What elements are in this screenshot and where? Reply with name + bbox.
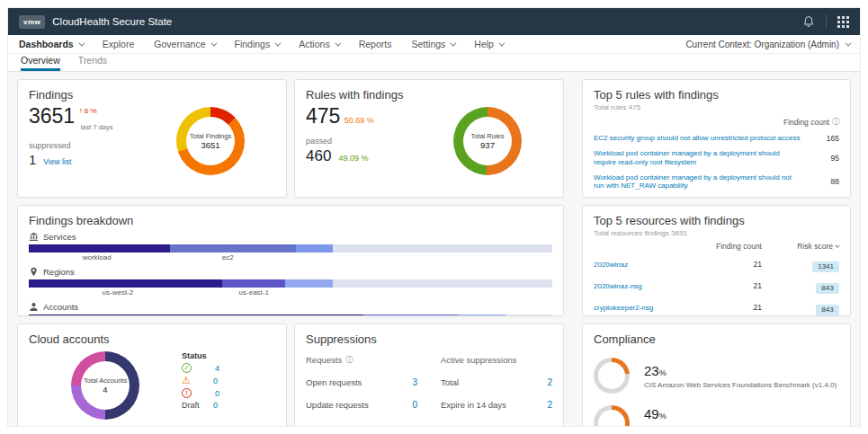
context-selector[interactable]: Current Context: Organization (Admin) — [685, 40, 849, 49]
resource-row: cryptokeeper2-nsg 21 843 — [594, 299, 839, 315]
finding-count-header[interactable]: Finding count ⓘ — [783, 117, 839, 127]
nav-findings[interactable]: Findings — [235, 39, 280, 49]
rule-row: EC2 security group should not allow unre… — [594, 134, 839, 143]
card-subtitle: Total rules 475 — [594, 103, 839, 111]
chevron-down-icon — [275, 40, 282, 46]
regions-bar-chart[interactable] — [29, 279, 552, 288]
breakdown-accounts: Accounts AWS New MediaAzure-Dev — [29, 302, 552, 316]
rules-total-pct: 50.69 % — [345, 116, 374, 125]
card-title: Cloud accounts — [29, 332, 275, 346]
rule-finding-count: 95 — [831, 154, 839, 163]
risk-score-badge: 843 — [816, 283, 839, 294]
breakdown-group-label: Accounts — [43, 302, 78, 312]
risk-score-header[interactable]: Risk score — [762, 242, 839, 251]
findings-delta-note: last 7 days — [81, 123, 113, 131]
status-error-count[interactable]: 0 — [215, 389, 219, 398]
donut-center-value: 937 — [480, 140, 495, 150]
status-draft-count[interactable]: 0 — [213, 401, 218, 410]
benchmark-label: CIS Amazon Web Services Foundations Benc… — [644, 381, 837, 389]
rule-link[interactable]: Workload pod container managed by a depl… — [594, 173, 801, 190]
ring-hole — [598, 362, 625, 389]
risk-score-badge: 843 — [816, 305, 839, 315]
chevron-down-icon — [210, 40, 217, 46]
open-requests-value[interactable]: 3 — [412, 377, 417, 387]
donut-center-label: Total Rules — [470, 132, 504, 140]
top-bar: vmw CloudHealth Secure State — [8, 8, 860, 35]
active-suppressions-column: Active suppressions Total 2 Expire in 14… — [441, 355, 552, 410]
vmware-logo: vmw — [19, 15, 45, 29]
ring-hole — [598, 410, 625, 427]
chevron-down-icon — [498, 40, 505, 46]
update-requests-row: Update requests 0 — [306, 400, 417, 410]
rules-passed-pct: 49.09 % — [338, 154, 368, 163]
resource-finding-count: 21 — [681, 260, 762, 269]
rule-finding-count: 72 — [831, 197, 839, 198]
dashboard-tabs: Overview Trends — [8, 54, 860, 72]
rules-donut-chart: Total Rules 937 — [453, 107, 522, 175]
rule-finding-count: 165 — [827, 134, 839, 143]
breakdown-regions: Regions us-west-2us-east-1 — [29, 267, 552, 297]
nav-dashboards[interactable]: Dashboards — [19, 39, 83, 49]
top-resources-card: Top 5 resources with findings Total reso… — [582, 205, 851, 316]
tab-overview[interactable]: Overview — [21, 55, 60, 71]
resource-link[interactable]: 2020winaz — [594, 261, 681, 269]
findings-delta: ↑ 6 % — [79, 107, 97, 115]
accounts-bar-chart[interactable] — [29, 314, 552, 316]
expire-value[interactable]: 2 — [547, 400, 552, 410]
status-warning-count[interactable]: 0 — [213, 376, 218, 385]
info-icon[interactable]: ⓘ — [345, 355, 353, 365]
card-title: Top 5 resources with findings — [594, 214, 839, 227]
finding-count-header[interactable]: Finding count — [681, 242, 762, 251]
breakdown-group-label: Regions — [43, 267, 75, 277]
nav-governance[interactable]: Governance — [154, 39, 214, 49]
donut-center-value: 4 — [103, 385, 107, 394]
risk-score-badge: 1341 — [812, 261, 839, 272]
status-header: Status — [182, 351, 219, 360]
compliance-pct: 49 — [644, 406, 659, 421]
resource-finding-count: 21 — [681, 303, 762, 312]
status-ok-count[interactable]: 4 — [215, 364, 219, 373]
suppressed-count: 1 — [29, 152, 36, 167]
warning-triangle-icon: ⚠ — [182, 376, 191, 385]
regions-bar-labels: us-west-2us-east-1 — [29, 288, 552, 297]
error-exclamation-icon: ! — [182, 388, 192, 398]
resource-link[interactable]: cryptokeeper2-nsg — [594, 304, 681, 312]
tab-trends[interactable]: Trends — [78, 55, 107, 71]
breakdown-services: Services workloadec2 — [29, 232, 552, 262]
rules-passed: 460 — [306, 147, 331, 165]
nav-actions[interactable]: Actions — [299, 39, 338, 49]
compliance-pct: 23 — [644, 363, 659, 378]
nav-explore[interactable]: Explore — [103, 39, 135, 49]
update-requests-value[interactable]: 0 — [412, 400, 417, 410]
findings-breakdown-card: Findings breakdown Services workloadec2 … — [17, 205, 564, 316]
benchmark-label: CIS Microsoft Azure Foundations Security… — [644, 424, 839, 427]
total-value[interactable]: 2 — [547, 377, 552, 387]
services-icon — [29, 232, 39, 242]
rule-link[interactable]: Workload pod container managed by a depl… — [594, 149, 801, 166]
sort-icon — [835, 243, 840, 248]
services-bar-chart[interactable] — [29, 244, 552, 252]
rule-link[interactable]: EC2 security group should not allow unre… — [594, 134, 800, 143]
rule-finding-count: 88 — [831, 177, 839, 186]
app-switcher-icon[interactable] — [837, 16, 849, 28]
compliance-item: 49% CIS Microsoft Azure Foundations Secu… — [594, 405, 839, 427]
donut-center-label: Total Accounts — [84, 376, 127, 385]
donut-center-value: 3651 — [201, 140, 219, 150]
status-row-ok: ✓ 4 — [182, 363, 219, 373]
expire-row: Expire in 14 days 2 — [441, 400, 552, 410]
nav-settings[interactable]: Settings — [411, 39, 454, 49]
pct-unit: % — [659, 368, 667, 377]
nav-reports[interactable]: Reports — [359, 39, 392, 49]
view-list-link[interactable]: View list — [43, 157, 71, 166]
notifications-bell-icon[interactable] — [802, 15, 815, 28]
card-title: Findings — [29, 88, 275, 102]
rules-card: Rules with findings 475 50.69 % passed 4… — [294, 79, 564, 198]
cloud-accounts-card: Cloud accounts Total Accounts 4 Status ✓ — [17, 323, 287, 427]
findings-card: Findings 3651 ↑ 6 % last 7 days suppress… — [17, 79, 287, 198]
chevron-down-icon — [335, 40, 341, 46]
resource-link[interactable]: 2020winaz-nsg — [594, 282, 681, 290]
draft-label: Draft — [182, 401, 203, 410]
chevron-down-icon — [78, 40, 85, 46]
nav-help[interactable]: Help — [474, 39, 503, 49]
regions-icon — [29, 267, 39, 277]
